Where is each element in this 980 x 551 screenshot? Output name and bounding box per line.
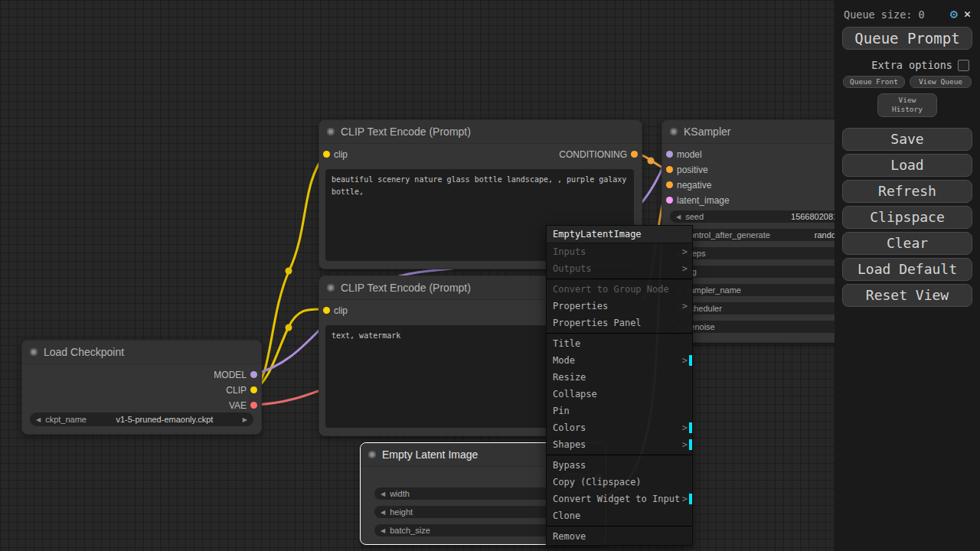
menu-item-mode[interactable]: Mode>: [547, 352, 692, 369]
submenu-arrow-icon: >: [682, 298, 688, 315]
widget-control-after-generate[interactable]: ◀ control_after_generate randomize: [670, 229, 835, 241]
output-slot-clip-dot[interactable]: [250, 386, 257, 393]
widget-sampler-name[interactable]: ◀ sampler_name: [670, 284, 835, 296]
node-title: Load Checkpoint: [44, 346, 124, 358]
node-header[interactable]: Load Checkpoint: [22, 341, 261, 364]
menu-item-clone[interactable]: Clone: [547, 507, 692, 524]
arrow-right-icon[interactable]: ▶: [243, 416, 247, 423]
comfy-menu-panel: Queue size: 0 ⚙ ✕ Queue Prompt Extra opt…: [835, 0, 980, 551]
menu-item-bypass[interactable]: Bypass: [547, 457, 692, 474]
output-slot-conditioning-label: CONDITIONING: [559, 149, 627, 160]
menu-item-convert-to-group-node[interactable]: Convert to Group Node: [547, 281, 692, 298]
input-slot-clip-label: clip: [334, 149, 348, 160]
menu-item-outputs[interactable]: Outputs>: [547, 260, 692, 277]
extra-options-checkbox[interactable]: [958, 60, 969, 71]
settings-gear-icon[interactable]: ⚙: [950, 8, 958, 21]
clear-button[interactable]: Clear: [842, 232, 972, 255]
input-slot-clip-dot[interactable]: [323, 307, 330, 314]
menu-item-title[interactable]: Title: [547, 335, 692, 352]
collapse-dot-icon[interactable]: [368, 451, 376, 458]
output-slot-clip-label: CLIP: [226, 385, 247, 396]
refresh-button[interactable]: Refresh: [842, 180, 972, 203]
output-slot-model-dot[interactable]: [250, 371, 257, 378]
widget-denoise[interactable]: ◀ denoise: [670, 321, 835, 333]
submenu-arrow-icon: >: [682, 352, 688, 369]
collapse-dot-icon[interactable]: [670, 128, 678, 135]
widget-ckpt-name[interactable]: ◀ ckpt_name v1-5-pruned-emaonly.ckpt ▶: [30, 412, 253, 426]
view-history-button[interactable]: View History: [877, 93, 937, 117]
queue-prompt-button[interactable]: Queue Prompt: [842, 27, 972, 50]
menu-separator: [547, 333, 692, 334]
input-slot-latent-image-label: latent_image: [677, 195, 730, 206]
load-button[interactable]: Load: [842, 154, 972, 177]
widget-cfg[interactable]: ◀ cfg: [670, 266, 835, 278]
menu-separator: [547, 279, 692, 279]
widget-seed[interactable]: ◀ seed 1566802081: [670, 210, 835, 223]
queue-front-button[interactable]: Queue Front: [843, 76, 905, 88]
close-icon[interactable]: ✕: [964, 8, 971, 20]
submenu-marker: [689, 439, 692, 450]
input-slot-clip-label: clip: [334, 305, 348, 316]
menu-item-inputs[interactable]: Inputs>: [547, 243, 692, 260]
view-queue-button[interactable]: View Queue: [910, 76, 972, 88]
menu-item-properties[interactable]: Properties>: [547, 298, 692, 315]
wire-dot: [286, 324, 292, 331]
input-slot-negative-dot[interactable]: [666, 181, 673, 188]
submenu-arrow-icon: >: [682, 243, 688, 260]
arrow-left-icon[interactable]: ◀: [381, 491, 385, 497]
menu-separator: [547, 455, 692, 455]
menu-item-pin[interactable]: Pin: [547, 403, 692, 419]
widget-scheduler[interactable]: ◀ scheduler: [670, 302, 835, 315]
menu-item-convert-widget-to-input[interactable]: Convert Widget to Input>: [547, 491, 692, 507]
save-button[interactable]: Save: [842, 128, 972, 151]
arrow-left-icon[interactable]: ◀: [676, 214, 681, 220]
node-graph-canvas[interactable]: CLIP Text Encode (Prompt) clip CONDITION…: [0, 0, 835, 551]
context-menu-title: EmptyLatentImage: [547, 226, 692, 243]
output-slot-conditioning-dot[interactable]: [631, 151, 638, 158]
arrow-left-icon[interactable]: ◀: [381, 509, 385, 516]
submenu-marker: [689, 355, 692, 366]
arrow-left-icon[interactable]: ◀: [381, 527, 385, 534]
menu-item-collapse[interactable]: Collapse: [547, 386, 692, 403]
menu-separator: [547, 526, 692, 527]
output-slot-vae-dot[interactable]: [250, 402, 257, 409]
input-slot-clip-dot[interactable]: [323, 151, 330, 158]
input-slot-latent-image-dot[interactable]: [666, 197, 673, 204]
menu-item-properties-panel[interactable]: Properties Panel: [547, 315, 692, 331]
widget-label: width: [390, 489, 410, 498]
widget-label: sampler_name: [685, 285, 741, 295]
node-header[interactable]: CLIP Text Encode (Prompt): [319, 120, 642, 144]
wire-dot: [286, 268, 292, 275]
wire-dot: [648, 158, 655, 165]
node-title: KSampler: [684, 126, 730, 138]
widget-value: 1566802081: [791, 212, 835, 221]
submenu-arrow-icon: >: [682, 491, 688, 507]
wire-clip-to-bottom-encode: [253, 309, 325, 390]
input-slot-positive-dot[interactable]: [666, 166, 673, 173]
input-slot-positive-label: positive: [677, 165, 708, 175]
reset-view-button[interactable]: Reset View: [842, 284, 972, 307]
node-title: CLIP Text Encode (Prompt): [341, 282, 471, 294]
menu-item-shapes[interactable]: Shapes>: [547, 436, 692, 453]
widget-label: batch_size: [390, 526, 430, 535]
widget-label: seed: [685, 212, 704, 221]
collapse-dot-icon[interactable]: [30, 348, 38, 356]
clipspace-button[interactable]: Clipspace: [842, 206, 972, 229]
input-slot-model-label: model: [677, 149, 702, 160]
node-title: Empty Latent Image: [382, 448, 478, 461]
node-header[interactable]: KSampler: [662, 120, 835, 144]
load-default-button[interactable]: Load Default: [842, 258, 972, 281]
menu-item-remove[interactable]: Remove: [547, 528, 692, 545]
queue-size-label: Queue size: 0: [844, 8, 944, 21]
menu-item-colors[interactable]: Colors>: [547, 419, 692, 436]
input-slot-model-dot[interactable]: [666, 151, 673, 158]
arrow-left-icon[interactable]: ◀: [36, 416, 41, 423]
collapse-dot-icon[interactable]: [327, 128, 335, 135]
widget-value: v1-5-pruned-emaonly.ckpt: [91, 415, 238, 424]
widget-steps[interactable]: ◀ steps: [670, 247, 835, 259]
menu-item-resize[interactable]: Resize: [547, 369, 692, 386]
node-load-checkpoint[interactable]: Load Checkpoint MODEL CLIP VAE ◀ ckpt_na…: [21, 340, 262, 435]
menu-item-copy-clipspace[interactable]: Copy (Clipspace): [547, 474, 692, 491]
collapse-dot-icon[interactable]: [327, 284, 335, 292]
submenu-arrow-icon: >: [682, 260, 688, 277]
